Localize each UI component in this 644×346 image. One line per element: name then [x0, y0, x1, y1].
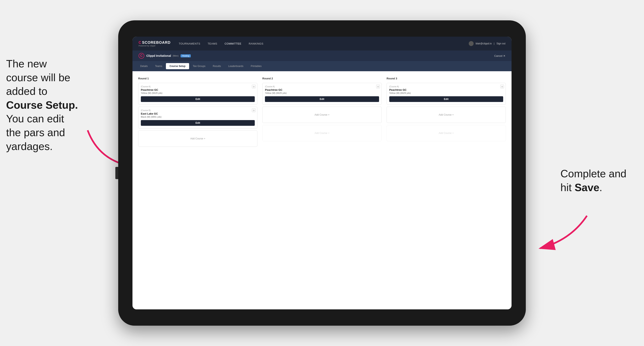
round-3-column: Round 3 ⊟ (Course A) Peachtree GC Yellow…: [386, 77, 506, 149]
add-course-r2-disabled-label: Add Course +: [314, 132, 330, 135]
card-delete-r1-a[interactable]: ⊟: [252, 85, 256, 88]
cancel-x-icon: ✕: [503, 54, 506, 57]
tab-course-setup[interactable]: Course Setup: [166, 63, 189, 69]
round-1-column: Round 1 ⊟ (Course A) Peachtree GC Yellow…: [138, 77, 258, 149]
tournament-gender: (Men): [172, 54, 178, 57]
tab-leaderboards[interactable]: Leaderboards: [224, 63, 247, 69]
nav-committee[interactable]: COMMITTEE: [224, 42, 242, 45]
tabs-bar: Details Teams Course Setup Tee Groups Re…: [132, 61, 512, 71]
sign-out-link[interactable]: Sign out: [496, 42, 506, 45]
course-details-r1-b: Black (M) (6891 yds): [141, 116, 255, 118]
course-card-r1-b: ⊟ (Course B) East Lake GC Black (M) (689…: [138, 107, 258, 128]
logo-c-icon: C: [138, 40, 141, 45]
nav-rankings[interactable]: RANKINGS: [249, 42, 263, 45]
tournament-title: Clippd Invitational: [146, 54, 171, 57]
user-email: blair@clippd.io: [476, 42, 492, 45]
tab-tee-groups[interactable]: Tee Groups: [189, 63, 209, 69]
course-details-r1-a: Yellow (M) (6629 yds): [141, 92, 255, 94]
main-content: Round 1 ⊟ (Course A) Peachtree GC Yellow…: [132, 71, 512, 309]
logo-area: C SCOREBOARD Powered by clippd: [138, 40, 170, 47]
course-label-r1-b: (Course B): [141, 109, 255, 112]
course-label-r3-a: (Course A): [389, 85, 503, 88]
course-details-r3-a: Yellow (M) (6629 yds): [389, 92, 503, 94]
tablet-screen: C SCOREBOARD Powered by clippd TOURNAMEN…: [132, 37, 512, 309]
nav-right: blair@clippd.io | Sign out: [469, 41, 506, 46]
sub-header: C Clippd Invitational (Men) Hosting Canc…: [132, 50, 512, 61]
add-course-r3-active[interactable]: Add Course +: [386, 107, 506, 123]
nav-separator: |: [494, 42, 494, 45]
tab-details[interactable]: Details: [136, 63, 152, 69]
round-2-title: Round 2: [262, 77, 382, 80]
edit-button-r2-a[interactable]: Edit: [265, 96, 379, 102]
nav-links: TOURNAMENTS TEAMS COMMITTEE RANKINGS: [179, 42, 469, 45]
add-course-r3-active-label: Add Course +: [438, 113, 454, 116]
nav-avatar: [469, 41, 474, 46]
logo-scoreboard: SCOREBOARD: [142, 40, 170, 45]
card-delete-r1-b[interactable]: ⊟: [252, 109, 256, 112]
course-name-r1-b: East Lake GC: [141, 112, 255, 115]
tab-printables[interactable]: Printables: [247, 63, 265, 69]
course-card-r1-a: ⊟ (Course A) Peachtree GC Yellow (M) (66…: [138, 83, 258, 105]
logo-sub: Powered by clippd: [138, 45, 170, 47]
course-card-r3-a: ⊟ (Course A) Peachtree GC Yellow (M) (66…: [386, 83, 506, 105]
course-label-r2-a: (Course A): [265, 85, 379, 88]
tablet: C SCOREBOARD Powered by clippd TOURNAMEN…: [118, 20, 526, 326]
add-course-r1-label: Add Course +: [190, 137, 206, 140]
add-course-r2-active[interactable]: Add Course +: [262, 107, 382, 123]
card-delete-r3-a[interactable]: ⊟: [500, 85, 504, 88]
cancel-button[interactable]: Cancel ✕: [494, 54, 506, 57]
round-3-title: Round 3: [386, 77, 506, 80]
edit-button-r1-a[interactable]: Edit: [141, 96, 255, 102]
course-name-r2-a: Peachtree GC: [265, 88, 379, 91]
round-1-title: Round 1: [138, 77, 258, 80]
sub-logo-c-icon: C: [138, 53, 144, 59]
annotation-right: Complete and hit Save.: [560, 167, 638, 194]
course-details-r2-a: Yellow (M) (6629 yds): [265, 92, 379, 94]
tab-results[interactable]: Results: [209, 63, 224, 69]
edit-button-r3-a[interactable]: Edit: [389, 96, 503, 102]
round-2-column: Round 2 ⊟ (Course A) Peachtree GC Yellow…: [262, 77, 382, 149]
arrow-right: [534, 212, 591, 252]
course-name-r3-a: Peachtree GC: [389, 88, 503, 91]
course-card-r2-a: ⊟ (Course A) Peachtree GC Yellow (M) (66…: [262, 83, 382, 105]
course-label-r1-a: (Course A): [141, 85, 255, 88]
edit-button-r1-b[interactable]: Edit: [141, 120, 255, 126]
add-course-r2-active-label: Add Course +: [314, 113, 330, 116]
nav-teams[interactable]: TEAMS: [208, 42, 217, 45]
add-course-r1[interactable]: Add Course +: [138, 131, 258, 147]
course-name-r1-a: Peachtree GC: [141, 88, 255, 91]
top-nav: C SCOREBOARD Powered by clippd TOURNAMEN…: [132, 37, 512, 50]
nav-tournaments[interactable]: TOURNAMENTS: [179, 42, 200, 45]
add-course-r3-disabled: Add Course +: [386, 125, 506, 141]
tab-teams[interactable]: Teams: [152, 63, 166, 69]
rounds-grid: Round 1 ⊟ (Course A) Peachtree GC Yellow…: [138, 77, 506, 149]
hosting-badge: Hosting: [180, 54, 191, 57]
card-delete-r2-a[interactable]: ⊟: [376, 85, 380, 88]
add-course-r3-disabled-label: Add Course +: [438, 132, 454, 135]
add-course-r2-disabled: Add Course +: [262, 125, 382, 141]
